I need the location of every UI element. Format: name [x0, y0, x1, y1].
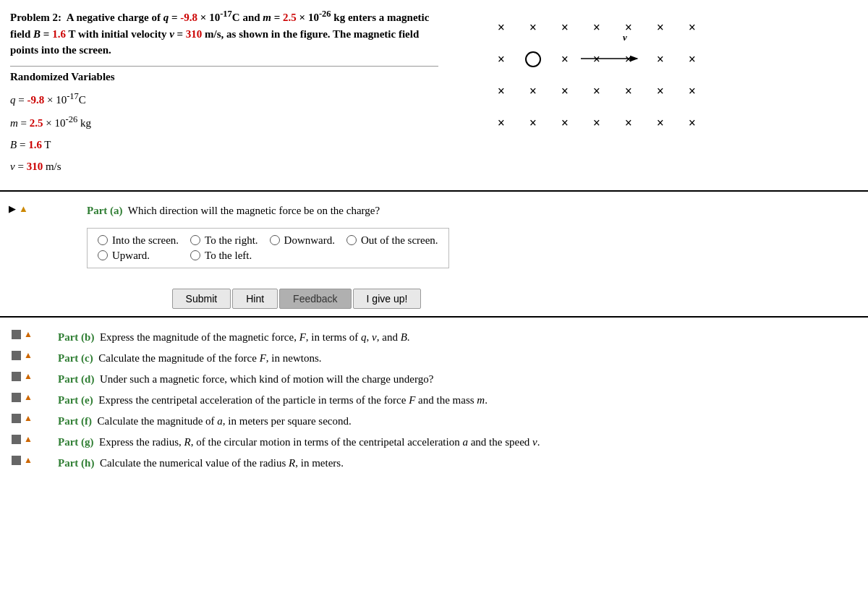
velocity-arrow: [581, 52, 644, 65]
x-cell: ×: [549, 12, 581, 43]
part-d-icons: ▲: [0, 371, 58, 382]
randomized-vars-title: Randomized Variables: [10, 66, 438, 83]
x-cell: ×: [517, 12, 549, 43]
x-cell: ×: [485, 12, 517, 43]
x-cell: ×: [644, 43, 676, 75]
warning-sm-icon: ▲: [24, 434, 33, 445]
bottom-section: ▲ Part (b) Express the magnitude of the …: [0, 318, 868, 480]
option-to-right[interactable]: To the right.: [190, 234, 258, 247]
part-d-text: Part (d) Under such a magnetic force, wh…: [58, 370, 868, 388]
part-g-label: Part (g): [58, 436, 94, 448]
checkbox-icon: [12, 435, 21, 444]
option-out-of-screen-label: Out of the screen.: [361, 234, 438, 247]
diagram-area: × × × × × × × × × ×: [448, 0, 752, 184]
part-h-icons: ▲: [0, 455, 58, 466]
list-item: ▲ Part (f) Calculate the magnitude of a,…: [0, 412, 868, 430]
part-a-section: ▶ ▲ Part (a) Which direction will the ma…: [0, 192, 868, 318]
x-cell: ×: [581, 75, 613, 107]
part-a-content: Part (a) Which direction will the magnet…: [72, 202, 868, 309]
option-into-screen[interactable]: Into the screen.: [98, 234, 179, 247]
part-d-label: Part (d): [58, 373, 94, 385]
option-upward[interactable]: Upward.: [98, 250, 179, 262]
list-item: ▲ Part (h) Calculate the numerical value…: [0, 454, 868, 472]
option-downward[interactable]: Downward.: [270, 234, 335, 247]
checkbox-icon: [12, 330, 21, 339]
part-f-icons: ▲: [0, 413, 58, 424]
warning-sm-icon: ▲: [24, 350, 33, 361]
option-to-left-label: To the left.: [205, 250, 252, 262]
part-f-text: Part (f) Calculate the magnitude of a, i…: [58, 412, 868, 430]
checkbox-icon: [12, 456, 21, 465]
part-h-text: Part (h) Calculate the numerical value o…: [58, 454, 868, 472]
x-cell: ×: [676, 12, 708, 43]
option-upward-label: Upward.: [112, 250, 150, 262]
option-downward-label: Downward.: [284, 234, 335, 247]
part-b-text: Part (b) Express the magnitude of the ma…: [58, 328, 868, 346]
part-g-icons: ▲: [0, 434, 58, 445]
particle-cell: [517, 43, 549, 75]
option-into-screen-label: Into the screen.: [112, 234, 179, 247]
radio-upward[interactable]: [98, 250, 108, 260]
x-cell: ×: [676, 43, 708, 75]
list-item: ▲ Part (b) Express the magnitude of the …: [0, 328, 868, 346]
warning-sm-icon: ▲: [24, 329, 33, 340]
hint-button[interactable]: Hint: [232, 289, 278, 309]
x-cell: ×: [644, 107, 676, 139]
problem-text-area: Problem 2: A negative charge of q = -9.8…: [0, 0, 448, 184]
option-out-of-screen[interactable]: Out of the screen.: [346, 234, 438, 247]
x-cell: ×: [549, 75, 581, 107]
part-c-label: Part (c): [58, 352, 93, 364]
part-e-icons: ▲: [0, 392, 58, 403]
part-b-label: Part (b): [58, 331, 94, 343]
x-cell: ×: [581, 12, 613, 43]
checkbox-icon: [12, 372, 21, 381]
x-cell: ×: [549, 107, 581, 139]
radio-into-screen[interactable]: [98, 235, 108, 245]
x-cell: ×: [517, 107, 549, 139]
option-to-right-label: To the right.: [205, 234, 258, 247]
x-cell: ×: [517, 75, 549, 107]
checkbox-icon: [12, 393, 21, 402]
part-c-icons: ▲: [0, 350, 58, 361]
radio-downward[interactable]: [270, 235, 280, 245]
part-e-text: Part (e) Express the centripetal acceler…: [58, 391, 868, 409]
part-g-text: Part (g) Express the radius, R, of the c…: [58, 433, 868, 451]
radio-to-right[interactable]: [190, 235, 200, 245]
list-item: ▲ Part (d) Under such a magnetic force, …: [0, 370, 868, 388]
part-h-label: Part (h): [58, 457, 94, 469]
warning-icon: ▲: [19, 203, 28, 215]
list-item: ▲ Part (c) Calculate the magnitude of th…: [0, 349, 868, 367]
list-item: ▲ Part (g) Express the radius, R, of the…: [0, 433, 868, 451]
x-cell: ×: [676, 107, 708, 139]
x-cell: ×: [613, 107, 644, 139]
x-cell: ×: [613, 12, 644, 43]
submit-button[interactable]: Submit: [172, 289, 231, 309]
part-a-indicator: ▶ ▲: [0, 202, 72, 215]
list-item: ▲ Part (e) Express the centripetal accel…: [0, 391, 868, 409]
variables-list: q = -9.8 × 10-17C m = 2.5 × 10-26 kg B =…: [10, 88, 438, 177]
radio-options-container: Into the screen. To the right. Downward.…: [87, 228, 449, 268]
part-c-text: Part (c) Calculate the magnitude of the …: [58, 349, 868, 367]
x-cell: v ×: [613, 43, 644, 75]
part-a-label: Part (a): [87, 205, 123, 216]
bottom-parts-list: ▲ Part (b) Express the magnitude of the …: [0, 328, 868, 472]
part-b-icons: ▲: [0, 329, 58, 340]
give-up-button[interactable]: I give up!: [353, 289, 422, 309]
x-cell: ×: [549, 43, 581, 75]
radio-out-of-screen[interactable]: [346, 235, 357, 245]
part-f-label: Part (f): [58, 415, 92, 427]
x-cell: ×: [581, 107, 613, 139]
x-cell: ×: [676, 75, 708, 107]
warning-sm-icon: ▲: [24, 371, 33, 382]
option-to-left[interactable]: To the left.: [190, 250, 258, 262]
radio-to-left[interactable]: [190, 250, 200, 260]
x-cell: ×: [485, 107, 517, 139]
x-cell: ×: [485, 43, 517, 75]
feedback-button[interactable]: Feedback: [279, 289, 351, 309]
particle: [525, 51, 541, 67]
problem-title: Problem 2: A negative charge of q = -9.8…: [10, 7, 438, 59]
warning-sm-icon: ▲: [24, 413, 33, 424]
play-icon: ▶: [9, 203, 16, 215]
part-a-question: Part (a) Which direction will the magnet…: [87, 202, 854, 219]
checkbox-icon: [12, 351, 21, 360]
